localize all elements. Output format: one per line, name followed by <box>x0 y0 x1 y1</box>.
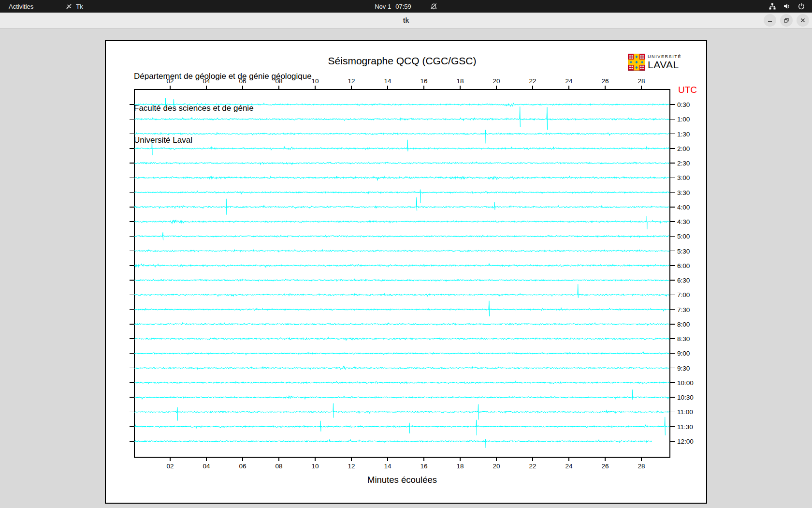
trace-tick-left <box>130 192 134 193</box>
x-tick-label-top: 04 <box>203 77 210 85</box>
trace-tick-left <box>130 338 134 339</box>
x-tick-label-top: 28 <box>638 77 645 85</box>
trace-tick-right <box>670 324 675 325</box>
x-tick-top <box>278 86 279 89</box>
x-tick-label-top: 16 <box>420 77 427 85</box>
x-tick-bottom <box>460 458 461 461</box>
x-tick-top <box>315 86 316 89</box>
x-tick-bottom <box>351 458 352 461</box>
topbar-time: 07:59 <box>395 3 411 10</box>
x-tick-top <box>423 86 424 89</box>
system-tray[interactable] <box>768 0 805 13</box>
x-tick-bottom <box>496 458 497 461</box>
x-tick-label-bottom: 06 <box>239 463 246 470</box>
utc-time-label: 6:30 <box>677 277 690 284</box>
utc-time-label: 5:00 <box>677 233 690 240</box>
close-button[interactable] <box>797 14 809 27</box>
x-tick-label-top: 14 <box>384 77 391 85</box>
trace-tick-right <box>670 368 675 369</box>
x-tick-label-bottom: 12 <box>348 463 355 470</box>
trace-tick-right <box>670 309 675 310</box>
trace-row-11:30 <box>134 417 669 435</box>
utc-time-label: 2:30 <box>677 160 690 167</box>
utc-time-label: 11:00 <box>677 408 693 416</box>
x-tick-label-top: 08 <box>275 77 282 85</box>
restore-icon <box>783 17 789 23</box>
trace-tick-left <box>130 134 134 134</box>
trace-tick-left <box>130 309 134 310</box>
x-tick-label-bottom: 10 <box>311 463 319 470</box>
trace-row-2:00 <box>134 140 669 155</box>
trace-tick-right <box>670 441 675 442</box>
trace-row-0:30 <box>134 98 669 109</box>
trace-row-3:30 <box>134 190 669 203</box>
notifications-muted-icon <box>430 3 437 10</box>
trace-row-12:00 <box>134 439 652 448</box>
trace-row-9:30 <box>134 366 669 370</box>
close-icon <box>800 17 806 23</box>
trace-tick-left <box>130 221 134 222</box>
trace-tick-right <box>670 221 675 222</box>
trace-tick-right <box>670 104 675 105</box>
x-tick-bottom <box>605 458 606 461</box>
trace-tick-right <box>670 148 675 149</box>
minimize-icon <box>767 17 773 23</box>
x-tick-top <box>641 86 642 89</box>
trace-tick-left <box>130 353 134 354</box>
topbar-date: Nov 1 <box>375 3 391 10</box>
x-tick-top <box>206 86 207 89</box>
clock-menu[interactable]: Nov 1 07:59 <box>0 0 812 13</box>
utc-time-label: 8:00 <box>677 320 690 328</box>
utc-time-label: 7:30 <box>677 306 690 313</box>
x-tick-bottom <box>206 458 207 461</box>
trace-row-1:30 <box>134 130 669 144</box>
trace-tick-left <box>130 368 134 369</box>
utc-time-label: 4:00 <box>677 203 690 210</box>
minimize-button[interactable] <box>764 14 776 27</box>
trace-tick-right <box>670 178 675 179</box>
trace-tick-left <box>130 265 134 266</box>
trace-row-8:30 <box>134 337 669 341</box>
seismogram-traces <box>106 41 708 505</box>
utc-time-label: 7:00 <box>677 291 690 299</box>
utc-time-label: 11:30 <box>677 423 693 430</box>
x-tick-label-bottom: 26 <box>601 463 609 470</box>
x-tick-label-top: 20 <box>493 77 500 85</box>
x-tick-bottom <box>532 458 533 461</box>
trace-tick-right <box>670 295 675 296</box>
volume-icon <box>783 2 791 10</box>
x-tick-label-top: 24 <box>565 77 572 85</box>
x-tick-top <box>242 86 243 89</box>
maximize-button[interactable] <box>780 14 793 27</box>
utc-time-label: 10:00 <box>677 379 694 386</box>
window-title: tk <box>0 13 812 28</box>
x-tick-label-bottom: 24 <box>565 463 572 470</box>
trace-row-4:00 <box>134 197 669 215</box>
x-tick-label-bottom: 04 <box>203 463 210 470</box>
trace-row-10:30 <box>134 389 669 400</box>
x-tick-label-top: 02 <box>166 77 174 85</box>
trace-tick-right <box>670 134 675 134</box>
trace-row-8:00 <box>134 323 669 326</box>
x-tick-top <box>496 86 497 89</box>
x-tick-bottom <box>315 458 316 461</box>
window-titlebar[interactable]: tk <box>0 13 812 29</box>
x-tick-bottom <box>170 458 171 461</box>
utc-time-label: 8:30 <box>677 335 690 343</box>
desktop: Activities Tk Nov 1 07:59 <box>0 0 812 508</box>
trace-tick-left <box>130 295 134 296</box>
utc-time-label: 6:00 <box>677 262 690 269</box>
x-axis-title: Minutes écoulées <box>134 475 670 485</box>
trace-row-4:30 <box>134 216 669 229</box>
trace-tick-right <box>670 265 675 266</box>
trace-tick-left <box>130 119 134 120</box>
x-tick-label-top: 10 <box>311 77 319 85</box>
trace-tick-left <box>130 441 134 442</box>
x-tick-top <box>460 86 461 89</box>
trace-tick-right <box>670 280 675 281</box>
gnome-top-bar: Activities Tk Nov 1 07:59 <box>0 0 812 13</box>
x-tick-label-bottom: 02 <box>166 463 174 470</box>
x-tick-label-bottom: 16 <box>420 463 427 470</box>
trace-row-10:00 <box>134 381 669 384</box>
trace-tick-left <box>130 148 134 149</box>
